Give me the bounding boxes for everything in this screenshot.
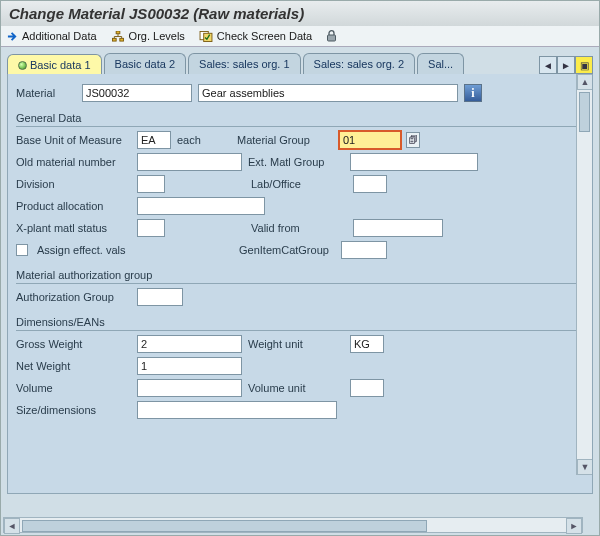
assign-effect-checkbox[interactable] (16, 244, 28, 256)
check-screen-icon (199, 31, 213, 42)
vol-label: Volume (16, 382, 131, 394)
extmatgrp-label: Ext. Matl Group (248, 156, 344, 168)
scroll-track[interactable] (577, 134, 592, 459)
material-row: Material i (16, 84, 584, 102)
size-field[interactable] (137, 401, 337, 419)
hscroll-thumb[interactable] (22, 520, 427, 532)
dimensions-group: Dimensions/EANs Gross Weight Weight unit… (16, 314, 584, 419)
lock-icon (326, 30, 337, 42)
info-icon[interactable]: i (464, 84, 482, 102)
authgrp-label: Authorization Group (16, 291, 131, 303)
client-hscroll[interactable]: ◄ ► (3, 517, 583, 533)
org-levels-label: Org. Levels (129, 30, 185, 42)
auth-group: Material authorization group Authorizati… (16, 267, 584, 306)
assign-label: Assign effect. vals (37, 244, 233, 256)
genitem-field[interactable] (341, 241, 387, 259)
arrow-right-icon (7, 31, 18, 42)
svg-rect-1 (112, 38, 116, 41)
tab-sales-org-1[interactable]: Sales: sales org. 1 (188, 53, 301, 74)
titlebar: Change Material JS00032 (Raw materials) (1, 1, 599, 26)
tab-sales-more[interactable]: Sal... (417, 53, 464, 74)
gross-label: Gross Weight (16, 338, 131, 350)
general-data-title: General Data (16, 110, 584, 127)
wunit-field[interactable] (350, 335, 384, 353)
genitem-label: GenItemCatGroup (239, 244, 335, 256)
wunit-label: Weight unit (248, 338, 344, 350)
scroll-left-icon[interactable]: ◄ (4, 518, 20, 534)
tab-basic-data-1[interactable]: Basic data 1 (7, 54, 102, 75)
tab-label: Basic data 1 (30, 59, 91, 71)
tab-sales-org-2[interactable]: Sales: sales org. 2 (303, 53, 416, 74)
validfrom-field[interactable] (353, 219, 443, 237)
svg-rect-0 (116, 31, 120, 34)
tab-panel: Material i General Data Base Unit of Mea… (7, 74, 593, 494)
hscroll-track[interactable] (429, 518, 566, 532)
page-title: Change Material JS00032 (Raw materials) (9, 5, 304, 22)
tab-scroll-left[interactable]: ◄ (539, 56, 557, 74)
panel-scroll[interactable]: Material i General Data Base Unit of Mea… (8, 74, 592, 493)
xplant-field[interactable] (137, 219, 165, 237)
vunit-label: Volume unit (248, 382, 344, 394)
division-field[interactable] (137, 175, 165, 193)
prodalloc-label: Product allocation (16, 200, 131, 212)
buom-text: each (177, 134, 231, 146)
division-label: Division (16, 178, 131, 190)
tab-basic-data-2[interactable]: Basic data 2 (104, 53, 187, 74)
additional-data-label: Additional Data (22, 30, 97, 42)
validfrom-label: Valid from (251, 222, 347, 234)
client-area: Basic data 1 Basic data 2 Sales: sales o… (1, 47, 599, 535)
buom-field[interactable] (137, 131, 171, 149)
net-label: Net Weight (16, 360, 131, 372)
tab-nav: ◄ ► ▣ (539, 56, 593, 74)
auth-title: Material authorization group (16, 267, 584, 284)
prodalloc-field[interactable] (137, 197, 265, 215)
scroll-up-icon[interactable]: ▲ (577, 74, 593, 90)
ext-matgrp-field[interactable] (350, 153, 478, 171)
vol-field[interactable] (137, 379, 242, 397)
active-tab-icon (18, 61, 27, 70)
material-number-field[interactable] (82, 84, 192, 102)
matgrp-label: Material Group (237, 134, 333, 146)
buom-label: Base Unit of Measure (16, 134, 131, 146)
check-screen-label: Check Screen Data (217, 30, 312, 42)
dimensions-title: Dimensions/EANs (16, 314, 584, 331)
material-group-field[interactable] (339, 131, 401, 149)
sap-window: Change Material JS00032 (Raw materials) … (0, 0, 600, 536)
gross-field[interactable] (137, 335, 242, 353)
scroll-down-icon[interactable]: ▼ (577, 459, 593, 475)
panel-vscroll[interactable]: ▲ ▼ (576, 74, 592, 475)
check-screen-button[interactable]: Check Screen Data (199, 30, 312, 42)
org-levels-button[interactable]: Org. Levels (111, 30, 185, 42)
scroll-right-icon[interactable]: ► (566, 518, 582, 534)
tab-scroll-right[interactable]: ► (557, 56, 575, 74)
old-material-field[interactable] (137, 153, 242, 171)
toolbar: Additional Data Org. Levels Check Screen… (1, 26, 599, 47)
general-data-group: General Data Base Unit of Measure each M… (16, 110, 584, 259)
authgrp-field[interactable] (137, 288, 183, 306)
net-field[interactable] (137, 357, 242, 375)
additional-data-button[interactable]: Additional Data (7, 30, 97, 42)
material-label: Material (16, 87, 76, 99)
size-label: Size/dimensions (16, 404, 131, 416)
tab-list-button[interactable]: ▣ (575, 56, 593, 74)
lab-field[interactable] (353, 175, 387, 193)
lab-label: Lab/Office (251, 178, 347, 190)
svg-rect-2 (119, 38, 123, 41)
scroll-thumb[interactable] (579, 92, 590, 132)
tabstrip: Basic data 1 Basic data 2 Sales: sales o… (1, 47, 599, 74)
hierarchy-icon (111, 31, 125, 42)
oldmat-label: Old material number (16, 156, 131, 168)
xplant-label: X-plant matl status (16, 222, 131, 234)
vunit-field[interactable] (350, 379, 384, 397)
f4-help-icon[interactable]: 🗐 (406, 132, 420, 148)
svg-rect-5 (328, 35, 336, 41)
material-desc-field[interactable] (198, 84, 458, 102)
